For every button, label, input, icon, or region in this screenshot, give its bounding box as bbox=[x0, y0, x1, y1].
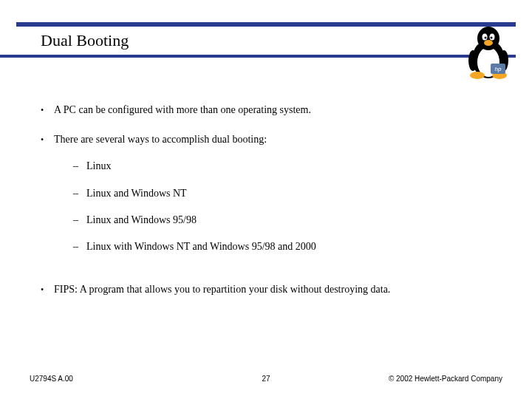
sub-bullet-text: Linux bbox=[86, 160, 111, 173]
sub-bullet-item: – Linux bbox=[73, 160, 502, 173]
bullet-item: • There are several ways to accomplish d… bbox=[41, 133, 502, 267]
sub-bullet-list: – Linux – Linux and Windows NT – Linux a… bbox=[73, 160, 502, 253]
bullet-text: There are several ways to accomplish dua… bbox=[54, 133, 502, 267]
svg-point-7 bbox=[484, 40, 493, 46]
svg-point-5 bbox=[485, 37, 487, 39]
bullet-item: • FIPS: A program that allows you to rep… bbox=[41, 283, 502, 296]
slide-title: Dual Booting bbox=[41, 31, 129, 50]
dash-marker: – bbox=[73, 240, 86, 253]
bullet-text: A PC can be configured with more than on… bbox=[54, 103, 502, 117]
dash-marker: – bbox=[73, 214, 86, 227]
svg-text:hp: hp bbox=[495, 66, 502, 72]
sub-bullet-text: Linux and Windows NT bbox=[86, 187, 187, 200]
svg-point-6 bbox=[491, 37, 493, 39]
title-underline-bar bbox=[0, 55, 516, 58]
sub-bullet-text: Linux with Windows NT and Windows 95/98 … bbox=[86, 240, 316, 253]
bullet-text: FIPS: A program that allows you to repar… bbox=[54, 283, 502, 296]
page-number: 27 bbox=[262, 375, 270, 383]
slide-footer: U2794S A.00 27 © 2002 Hewlett-Packard Co… bbox=[30, 375, 502, 383]
sub-bullet-item: – Linux with Windows NT and Windows 95/9… bbox=[73, 240, 502, 253]
svg-point-2 bbox=[477, 27, 499, 50]
bullet-item: • A PC can be configured with more than … bbox=[41, 103, 502, 117]
dash-marker: – bbox=[73, 160, 86, 173]
bullet-marker: • bbox=[41, 133, 54, 146]
dash-marker: – bbox=[73, 187, 86, 200]
copyright: © 2002 Hewlett-Packard Company bbox=[389, 375, 502, 383]
footer-code: U2794S A.00 bbox=[30, 375, 73, 383]
svg-point-10 bbox=[468, 50, 477, 71]
svg-point-8 bbox=[470, 72, 485, 79]
tux-penguin-icon: hp bbox=[463, 24, 514, 81]
bullet-text-span: There are several ways to accomplish dua… bbox=[54, 134, 267, 145]
sub-bullet-text: Linux and Windows 95/98 bbox=[86, 214, 197, 227]
bullet-marker: • bbox=[41, 103, 54, 117]
slide-body: • A PC can be configured with more than … bbox=[41, 103, 502, 313]
bullet-marker: • bbox=[41, 283, 54, 296]
sub-bullet-item: – Linux and Windows NT bbox=[73, 187, 502, 200]
top-accent-bar bbox=[16, 22, 516, 27]
sub-bullet-item: – Linux and Windows 95/98 bbox=[73, 214, 502, 227]
